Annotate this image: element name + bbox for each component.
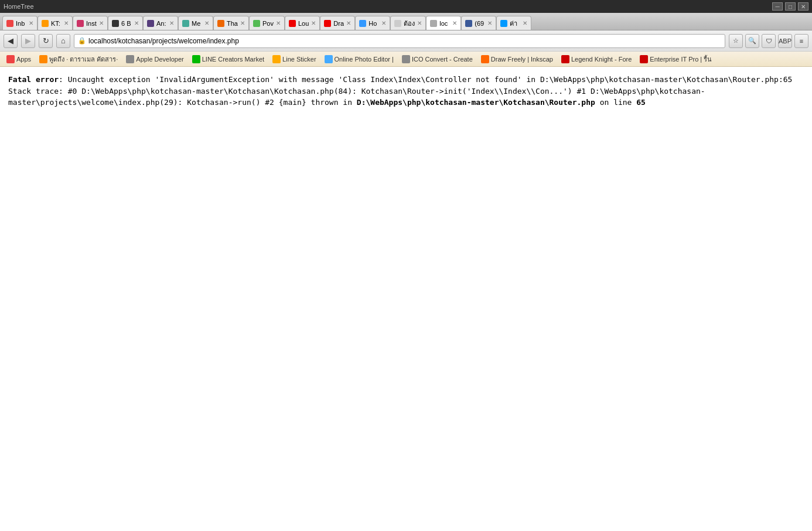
error-prefix: Fatal error: [8, 75, 59, 84]
tab-louder-close[interactable]: ✕: [311, 20, 316, 26]
bm-line-sticker-label: Line Sticker: [282, 56, 316, 63]
reload-button[interactable]: ↻: [39, 34, 53, 48]
window-title: HomeTree: [4, 3, 34, 10]
shield-button[interactable]: 🛡: [762, 34, 776, 48]
adblock-button[interactable]: ABP: [778, 34, 792, 48]
tab-draw-favicon: [324, 20, 331, 27]
tab-localhost[interactable]: loc✕: [426, 16, 461, 30]
tab-thaiware[interactable]: Tha✕: [213, 16, 249, 30]
lock-icon: 🔒: [78, 37, 86, 45]
tab-mew-favicon: [182, 20, 189, 27]
tab-inst-label: Inst: [86, 20, 97, 27]
tab-6b-close[interactable]: ✕: [134, 20, 139, 26]
home-button[interactable]: ⌂: [56, 34, 70, 48]
tab-thaiware-favicon: [217, 20, 224, 27]
bm-photo-label: Online Photo Editor |: [335, 56, 394, 63]
url-input[interactable]: [88, 37, 721, 45]
minimize-button[interactable]: ─: [772, 2, 783, 11]
tab-bootstrap-label: An:: [156, 20, 167, 27]
tab-thai2-close[interactable]: ✕: [417, 20, 422, 26]
bm-draw-label: Draw Freely | Inkscap: [491, 56, 553, 63]
tab-inst[interactable]: Inst✕: [73, 16, 108, 30]
bm-ico-label: ICO Convert - Create: [412, 56, 473, 63]
bm-ico[interactable]: ICO Convert - Create: [399, 55, 476, 64]
tab-thaiware-close[interactable]: ✕: [240, 20, 245, 26]
tab-localhost-close[interactable]: ✕: [452, 20, 457, 26]
tab-thai2[interactable]: ต้อง✕: [390, 16, 426, 30]
window-controls[interactable]: ─ □ ✕: [772, 2, 808, 11]
tab-draw[interactable]: Dra✕: [320, 16, 355, 30]
nav-actions: ☆ 🔍 🛡 ABP ≡: [729, 34, 808, 48]
tab-thai3-favicon: [500, 20, 507, 27]
close-button[interactable]: ✕: [798, 2, 808, 11]
tab-pow[interactable]: Pov✕: [249, 16, 285, 30]
tab-inst-favicon: [77, 20, 84, 27]
bookmark-star-button[interactable]: ☆: [729, 34, 743, 48]
forward-button[interactable]: ▶: [21, 34, 35, 48]
bm-draw[interactable]: Draw Freely | Inkscap: [478, 55, 556, 64]
bookmarks-bar: Appsพูดถึง · ตาราเมล คัดสาร·Apple Develo…: [0, 52, 812, 67]
tab-kt-label: KT:: [51, 20, 62, 27]
bm-apple-label: Apple Developer: [136, 56, 183, 63]
tab-kt-close[interactable]: ✕: [64, 20, 69, 26]
error-line: 65: [636, 98, 646, 107]
address-bar: 🔒: [74, 34, 725, 48]
main-content: Fatal error: Uncaught exception 'Invalid…: [0, 67, 812, 531]
bm-legend-label: Legend Knight - Fore: [571, 56, 632, 63]
tab-fb-close[interactable]: ✕: [487, 20, 492, 26]
tab-pow-label: Pov: [262, 20, 274, 27]
tab-messenger-label: Ho: [369, 20, 379, 27]
tab-gmail-favicon: [6, 20, 13, 27]
tab-gmail[interactable]: Inb✕: [2, 16, 37, 30]
tab-louder[interactable]: Lou✕: [285, 16, 320, 30]
tab-bootstrap[interactable]: An:✕: [143, 16, 178, 30]
tab-messenger-close[interactable]: ✕: [381, 20, 386, 26]
tab-draw-label: Dra: [333, 20, 344, 27]
menu-button[interactable]: ≡: [794, 34, 808, 48]
tab-thai3-label: ค่า: [510, 18, 520, 29]
tab-6b-favicon: [112, 20, 119, 27]
bm-thai-favicon: [39, 55, 47, 63]
tab-thai3-close[interactable]: ✕: [523, 20, 527, 26]
tab-localhost-favicon: [430, 20, 437, 27]
tab-mew-label: Me: [192, 20, 202, 27]
tab-bootstrap-close[interactable]: ✕: [169, 20, 174, 26]
bm-apps-favicon: [6, 55, 15, 63]
bm-line-sticker[interactable]: Line Sticker: [269, 55, 319, 64]
bm-legend[interactable]: Legend Knight - Fore: [558, 55, 634, 64]
bm-line-sticker-favicon: [272, 55, 281, 63]
tab-messenger-favicon: [359, 20, 366, 27]
bm-thai[interactable]: พูดถึง · ตาราเมล คัดสาร·: [36, 53, 121, 65]
tab-thai3[interactable]: ค่า✕: [496, 16, 531, 30]
bm-apps[interactable]: Apps: [4, 55, 34, 64]
maximize-button[interactable]: □: [785, 2, 796, 11]
tab-fb[interactable]: (69✕: [461, 16, 496, 30]
nav-bar: ◀ ▶ ↻ ⌂ 🔒 ☆ 🔍 🛡 ABP ≡: [0, 30, 812, 52]
tab-pow-close[interactable]: ✕: [276, 20, 281, 26]
bm-ico-favicon: [402, 55, 410, 63]
tab-pow-favicon: [253, 20, 260, 27]
tab-kt[interactable]: KT:✕: [37, 16, 73, 30]
tab-mew-close[interactable]: ✕: [204, 20, 209, 26]
tab-messenger[interactable]: Ho✕: [355, 16, 390, 30]
tab-gmail-close[interactable]: ✕: [29, 20, 33, 26]
tab-draw-close[interactable]: ✕: [346, 20, 351, 26]
tab-6b-label: 6 B: [121, 20, 132, 27]
back-button[interactable]: ◀: [4, 34, 18, 48]
tab-inst-close[interactable]: ✕: [99, 20, 104, 26]
tab-kt-favicon: [42, 20, 49, 27]
bm-photo[interactable]: Online Photo Editor |: [322, 55, 397, 64]
zoom-button[interactable]: 🔍: [745, 34, 759, 48]
tab-6b[interactable]: 6 B✕: [108, 16, 143, 30]
tab-bar: Inb✕KT:✕Inst✕6 B✕An:✕Me✕Tha✕Pov✕Lou✕Dra✕…: [0, 13, 812, 30]
bm-draw-favicon: [481, 55, 489, 63]
error-message: Fatal error: Uncaught exception 'Invalid…: [8, 74, 804, 108]
tab-gmail-label: Inb: [16, 20, 26, 27]
bm-apple[interactable]: Apple Developer: [123, 55, 186, 64]
tab-mew[interactable]: Me✕: [178, 16, 213, 30]
tab-louder-favicon: [289, 20, 296, 27]
bm-enterprise[interactable]: Enterprise IT Pro | รื้น: [637, 53, 715, 65]
bm-legend-favicon: [561, 55, 569, 63]
tab-thai2-favicon: [394, 20, 401, 27]
bm-line[interactable]: LINE Creators Market: [189, 55, 267, 64]
